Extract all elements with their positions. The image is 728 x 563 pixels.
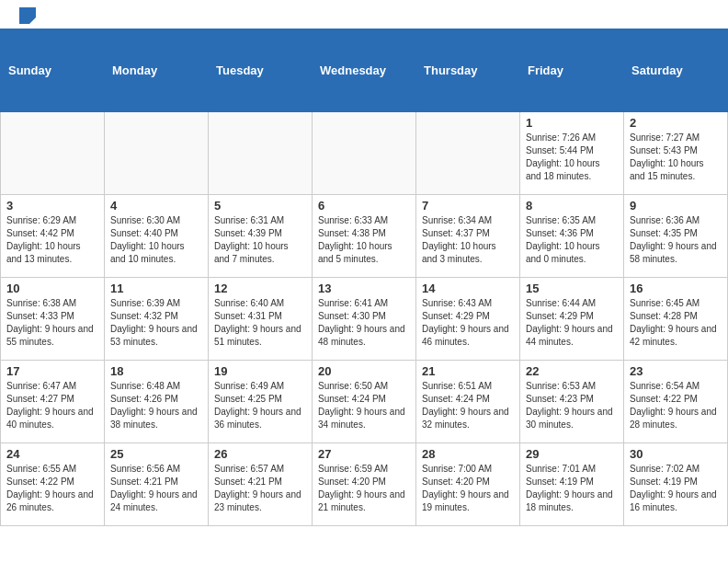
calendar-cell: 29Sunrise: 7:01 AM Sunset: 4:19 PM Dayli… [520, 443, 624, 526]
day-info: Sunrise: 7:27 AM Sunset: 5:43 PM Dayligh… [630, 132, 722, 183]
day-number: 5 [214, 199, 306, 213]
day-info: Sunrise: 7:26 AM Sunset: 5:44 PM Dayligh… [526, 132, 618, 183]
day-number: 26 [214, 447, 306, 461]
day-info: Sunrise: 6:57 AM Sunset: 4:21 PM Dayligh… [214, 463, 306, 514]
day-info: Sunrise: 6:34 AM Sunset: 4:37 PM Dayligh… [422, 214, 514, 266]
day-info: Sunrise: 6:30 AM Sunset: 4:40 PM Dayligh… [110, 214, 202, 266]
calendar-cell: 18Sunrise: 6:48 AM Sunset: 4:26 PM Dayli… [105, 361, 209, 443]
calendar-cell: 13Sunrise: 6:41 AM Sunset: 4:30 PM Dayli… [313, 278, 416, 361]
day-number: 19 [214, 364, 306, 378]
calendar-cell [313, 112, 416, 195]
day-info: Sunrise: 6:40 AM Sunset: 4:31 PM Dayligh… [214, 297, 306, 349]
day-number: 30 [630, 447, 722, 461]
day-number: 9 [630, 199, 722, 213]
calendar-cell: 17Sunrise: 6:47 AM Sunset: 4:27 PM Dayli… [1, 361, 105, 443]
day-number: 21 [422, 364, 514, 378]
day-number: 16 [630, 282, 722, 295]
calendar-cell: 2Sunrise: 7:27 AM Sunset: 5:43 PM Daylig… [624, 112, 728, 195]
calendar-cell: 5Sunrise: 6:31 AM Sunset: 4:39 PM Daylig… [209, 195, 313, 278]
day-number: 18 [110, 364, 202, 378]
day-number: 4 [110, 199, 202, 213]
day-number: 2 [630, 116, 722, 130]
day-info: Sunrise: 6:47 AM Sunset: 4:27 PM Dayligh… [6, 380, 98, 431]
day-info: Sunrise: 6:45 AM Sunset: 4:28 PM Dayligh… [630, 297, 722, 349]
day-of-week-header: Monday [105, 29, 209, 112]
calendar-cell: 8Sunrise: 6:35 AM Sunset: 4:36 PM Daylig… [520, 195, 624, 278]
day-info: Sunrise: 6:39 AM Sunset: 4:32 PM Dayligh… [110, 297, 202, 349]
day-number: 11 [110, 282, 202, 295]
day-info: Sunrise: 6:31 AM Sunset: 4:39 PM Dayligh… [214, 214, 306, 266]
day-number: 13 [318, 282, 410, 295]
day-number: 12 [214, 282, 306, 295]
day-number: 8 [526, 199, 618, 213]
day-number: 27 [318, 447, 410, 461]
day-info: Sunrise: 6:44 AM Sunset: 4:29 PM Dayligh… [526, 297, 618, 349]
day-of-week-header: Sunday [1, 29, 105, 112]
svg-marker-0 [19, 7, 36, 24]
calendar-header-row: SundayMondayTuesdayWednesdayThursdayFrid… [1, 29, 728, 112]
day-info: Sunrise: 6:53 AM Sunset: 4:23 PM Dayligh… [526, 380, 618, 431]
day-info: Sunrise: 6:54 AM Sunset: 4:22 PM Dayligh… [630, 380, 722, 431]
day-info: Sunrise: 6:36 AM Sunset: 4:35 PM Dayligh… [630, 214, 722, 266]
calendar-cell [209, 112, 313, 195]
day-info: Sunrise: 6:29 AM Sunset: 4:42 PM Dayligh… [6, 214, 98, 266]
logo [18, 9, 36, 24]
calendar-cell: 6Sunrise: 6:33 AM Sunset: 4:38 PM Daylig… [313, 195, 416, 278]
calendar-week-row: 3Sunrise: 6:29 AM Sunset: 4:42 PM Daylig… [1, 195, 728, 278]
calendar-cell: 11Sunrise: 6:39 AM Sunset: 4:32 PM Dayli… [105, 278, 209, 361]
day-info: Sunrise: 6:50 AM Sunset: 4:24 PM Dayligh… [318, 380, 410, 431]
day-number: 24 [6, 447, 98, 461]
calendar-week-row: 10Sunrise: 6:38 AM Sunset: 4:33 PM Dayli… [1, 278, 728, 361]
calendar-week-row: 17Sunrise: 6:47 AM Sunset: 4:27 PM Dayli… [1, 361, 728, 443]
day-number: 14 [422, 282, 514, 295]
day-number: 6 [318, 199, 410, 213]
day-info: Sunrise: 6:56 AM Sunset: 4:21 PM Dayligh… [110, 463, 202, 514]
day-of-week-header: Saturday [624, 29, 728, 112]
day-number: 3 [6, 199, 98, 213]
day-number: 23 [630, 364, 722, 378]
page-header [0, 0, 728, 29]
day-number: 28 [422, 447, 514, 461]
calendar-cell: 27Sunrise: 6:59 AM Sunset: 4:20 PM Dayli… [313, 443, 416, 526]
calendar-cell: 16Sunrise: 6:45 AM Sunset: 4:28 PM Dayli… [624, 278, 728, 361]
day-number: 22 [526, 364, 618, 378]
calendar-cell: 12Sunrise: 6:40 AM Sunset: 4:31 PM Dayli… [209, 278, 313, 361]
calendar-cell: 20Sunrise: 6:50 AM Sunset: 4:24 PM Dayli… [313, 361, 416, 443]
day-info: Sunrise: 6:49 AM Sunset: 4:25 PM Dayligh… [214, 380, 306, 431]
day-of-week-header: Wednesday [313, 29, 416, 112]
calendar-cell [1, 112, 105, 195]
day-number: 17 [6, 364, 98, 378]
day-info: Sunrise: 6:35 AM Sunset: 4:36 PM Dayligh… [526, 214, 618, 266]
calendar-cell [105, 112, 209, 195]
calendar-cell: 23Sunrise: 6:54 AM Sunset: 4:22 PM Dayli… [624, 361, 728, 443]
day-info: Sunrise: 6:38 AM Sunset: 4:33 PM Dayligh… [6, 297, 98, 349]
calendar-cell [416, 112, 520, 195]
calendar-cell: 24Sunrise: 6:55 AM Sunset: 4:22 PM Dayli… [1, 443, 105, 526]
day-info: Sunrise: 7:02 AM Sunset: 4:19 PM Dayligh… [630, 463, 722, 514]
calendar-cell: 7Sunrise: 6:34 AM Sunset: 4:37 PM Daylig… [416, 195, 520, 278]
day-info: Sunrise: 6:59 AM Sunset: 4:20 PM Dayligh… [318, 463, 410, 514]
day-info: Sunrise: 6:48 AM Sunset: 4:26 PM Dayligh… [110, 380, 202, 431]
calendar-cell: 21Sunrise: 6:51 AM Sunset: 4:24 PM Dayli… [416, 361, 520, 443]
day-number: 29 [526, 447, 618, 461]
calendar-cell: 4Sunrise: 6:30 AM Sunset: 4:40 PM Daylig… [105, 195, 209, 278]
calendar-cell: 9Sunrise: 6:36 AM Sunset: 4:35 PM Daylig… [624, 195, 728, 278]
day-info: Sunrise: 6:41 AM Sunset: 4:30 PM Dayligh… [318, 297, 410, 349]
day-info: Sunrise: 6:51 AM Sunset: 4:24 PM Dayligh… [422, 380, 514, 431]
day-info: Sunrise: 6:33 AM Sunset: 4:38 PM Dayligh… [318, 214, 410, 266]
day-info: Sunrise: 6:43 AM Sunset: 4:29 PM Dayligh… [422, 297, 514, 349]
calendar-cell: 3Sunrise: 6:29 AM Sunset: 4:42 PM Daylig… [1, 195, 105, 278]
calendar-table: SundayMondayTuesdayWednesdayThursdayFrid… [0, 29, 728, 526]
calendar-week-row: 24Sunrise: 6:55 AM Sunset: 4:22 PM Dayli… [1, 443, 728, 526]
day-of-week-header: Thursday [416, 29, 520, 112]
day-number: 25 [110, 447, 202, 461]
calendar-cell: 25Sunrise: 6:56 AM Sunset: 4:21 PM Dayli… [105, 443, 209, 526]
day-of-week-header: Friday [520, 29, 624, 112]
day-number: 20 [318, 364, 410, 378]
calendar-cell: 1Sunrise: 7:26 AM Sunset: 5:44 PM Daylig… [520, 112, 624, 195]
calendar-cell: 19Sunrise: 6:49 AM Sunset: 4:25 PM Dayli… [209, 361, 313, 443]
calendar-cell: 10Sunrise: 6:38 AM Sunset: 4:33 PM Dayli… [1, 278, 105, 361]
day-number: 1 [526, 116, 618, 130]
day-number: 15 [526, 282, 618, 295]
day-of-week-header: Tuesday [209, 29, 313, 112]
